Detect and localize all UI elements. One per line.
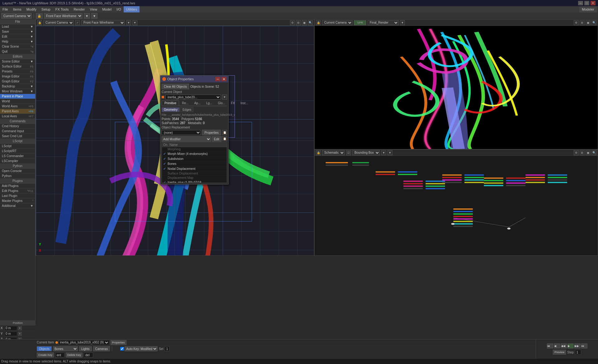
pos-x-e[interactable]: E (18, 326, 22, 330)
sidebar-master-plugins[interactable]: Master Plugins ° (0, 198, 35, 203)
properties-btn[interactable]: Properties (202, 130, 221, 135)
sidebar-graph-editor[interactable]: Graph Editor F2 (0, 79, 35, 84)
minimize-button[interactable]: ─ (578, 1, 583, 5)
modifier-nodal-displacement[interactable]: ✓ Nodal Displacement (162, 166, 227, 171)
sidebar-cmd-history[interactable]: Cmd History (0, 124, 35, 129)
modifier-surface-displacement[interactable]: Surface Displacement (162, 171, 227, 176)
sidebar-world-axes[interactable]: World Axes +F5 (0, 104, 35, 109)
sidebar-world[interactable]: World (0, 99, 35, 104)
vp-left-view[interactable]: ▣ (302, 20, 307, 25)
sidebar-presets[interactable]: Presets F8 (0, 69, 35, 74)
auto-key-checkbox[interactable] (120, 347, 124, 351)
schematic-lock[interactable]: 🔒 (316, 150, 321, 155)
maximize-button[interactable]: □ (584, 1, 589, 5)
tab-lg[interactable]: Lg... (203, 100, 215, 106)
create-key-btn[interactable]: Create Key (37, 352, 54, 357)
pb-prev[interactable]: ◀ (554, 343, 560, 348)
sidebar-lscript[interactable]: LScript (0, 144, 35, 149)
vp-left-grid[interactable]: ⊞ (296, 20, 301, 25)
timeline-ruler-container[interactable] (36, 339, 536, 346)
modifier-icon[interactable]: 📋 (222, 136, 227, 141)
sidebar-backdrop[interactable]: Backdrop ▼ (0, 84, 35, 89)
clear-all-objects-btn[interactable]: Clear All Objects (162, 84, 189, 89)
sidebar-open-console[interactable]: Open Console (0, 169, 35, 174)
modifier-edit-btn[interactable]: Edit (212, 136, 221, 142)
tab-primitive[interactable]: Primitive (162, 100, 179, 106)
camera-select[interactable]: Current Camera (1, 13, 32, 19)
sidebar-lscript-rt[interactable]: LScript/RT (0, 149, 35, 154)
menu-fxtools[interactable]: FX Tools (53, 6, 71, 12)
viewport-lock-btn[interactable]: 🔒 (36, 13, 43, 19)
menu-items[interactable]: Items (11, 6, 24, 12)
modifier-morph-mixer[interactable]: ✓ Morph Mixer (4 endomorphs) (162, 152, 227, 156)
vp-right-lock[interactable]: 🔒 (316, 20, 321, 25)
viewport-mode-select[interactable]: Front Face Wireframe (44, 13, 83, 19)
obj-replacement-select[interactable]: (none) (162, 130, 201, 135)
sidebar-local-axes[interactable]: Local Axes +F7 (0, 114, 35, 119)
sidebar-save[interactable]: Save ▼ (0, 29, 35, 34)
pb-end[interactable]: ⏭ (581, 343, 587, 348)
schematic-view[interactable]: ▣ (586, 150, 591, 155)
menu-setup[interactable]: Setup (39, 6, 53, 12)
object-arrow[interactable]: ▼ (222, 95, 227, 100)
current-object-select[interactable]: inertia_plus_tube20... (165, 95, 221, 100)
menu-io[interactable]: I/O (114, 6, 124, 12)
modifier-inertia-plus[interactable]: ✓ Inertia_plus (1.00) 07/18 (162, 180, 227, 183)
vp-right-settings[interactable]: ⚙ (574, 20, 579, 25)
bones-select[interactable]: Bones (53, 346, 78, 351)
menu-file[interactable]: File (0, 6, 11, 12)
vp-right-mode-select[interactable]: Final_Render (368, 20, 399, 25)
sidebar-parent-in-place[interactable]: Parent in Place (0, 94, 35, 99)
menu-view[interactable]: View (87, 6, 100, 12)
add-modifier-select[interactable]: Add Modifier (162, 136, 211, 142)
viewport-right-canvas[interactable] (315, 26, 598, 149)
menu-utilities[interactable]: Utilities (124, 6, 140, 12)
subtab-geometry[interactable]: Geometry (162, 107, 180, 112)
preview-btn[interactable]: Preview (553, 350, 566, 355)
dialog-minimize[interactable]: ─ (215, 77, 220, 81)
sidebar-add-plugins[interactable]: Add Plugins (0, 184, 35, 189)
viewport-schematic[interactable]: 🔒 Schematic ☑ Bounding Box ▼ ▼ ⚙ ⊞ ▣ 🔍 (314, 149, 598, 256)
vp-left-lock[interactable]: 🔒 (37, 20, 42, 25)
vp-left-zoom[interactable]: 🔍 (308, 20, 313, 25)
sidebar-last-plugin[interactable]: Last Plugin (0, 194, 35, 198)
vp-right-zoom[interactable]: 🔍 (591, 20, 596, 25)
sidebar-additional[interactable]: Additional ▼ (0, 203, 35, 208)
sidebar-clear-scene[interactable]: Clear Scene ^4 (0, 44, 35, 49)
vp-right-camera-select[interactable]: Current Camera (322, 20, 353, 25)
modeler-button[interactable]: Modeler (579, 6, 597, 12)
sidebar-lscompiler[interactable]: LSCompiler (0, 159, 35, 164)
objects-btn[interactable]: Objects (37, 346, 52, 351)
sidebar-scene-editor[interactable]: Scene Editor ▼ (0, 59, 35, 64)
tab-fx[interactable]: FX (228, 100, 238, 106)
vp-right-view[interactable]: ▣ (586, 20, 591, 25)
sidebar-surface-editor[interactable]: Surface Editor F5 (0, 64, 35, 69)
tab-glo[interactable]: Glo... (215, 100, 228, 106)
dialog-close[interactable]: ✕ (221, 77, 226, 81)
schematic-settings[interactable]: ⚙ (574, 150, 579, 155)
pb-play[interactable]: ▶ (567, 343, 574, 348)
pos-y-e[interactable]: E (18, 332, 22, 336)
properties-icon[interactable]: 📋 (222, 130, 227, 135)
sidebar-image-editor[interactable]: Image Editor F6 (0, 74, 35, 79)
sidebar-edit[interactable]: Edit ▼ (0, 34, 35, 39)
viewport-mode-arrow[interactable]: ▼ (84, 13, 90, 19)
vp-right-arrow[interactable]: ▼ (400, 20, 405, 25)
pb-play-rev[interactable]: ◀◀ (561, 343, 567, 348)
tab-ap[interactable]: Ap... (191, 100, 203, 106)
schematic-grid[interactable]: ⊞ (580, 150, 585, 155)
bounding-box-select[interactable]: Bounding Box (352, 150, 380, 155)
schematic-checkbox[interactable]: ☑ (346, 150, 351, 155)
menu-modify[interactable]: Modify (24, 6, 39, 12)
close-button[interactable]: ✕ (591, 1, 596, 5)
schematic-zoom[interactable]: 🔍 (591, 150, 596, 155)
pb-play-fwd[interactable]: ▶▶ (574, 343, 581, 348)
modifier-morphing[interactable]: Morphing (162, 147, 227, 152)
tab-re[interactable]: Re... (179, 100, 191, 106)
sidebar-save-cmd-list[interactable]: Save Cmd List (0, 134, 35, 139)
sidebar-parent-axes[interactable]: Parent Axes +F6 (0, 109, 35, 114)
schematic-arrow[interactable]: ▼ (381, 150, 386, 155)
vp-left-arrow2[interactable]: ▼ (132, 20, 137, 25)
sidebar-help[interactable]: Help ▼ (0, 39, 35, 44)
sidebar-quit[interactable]: Quit ^q (0, 49, 35, 54)
